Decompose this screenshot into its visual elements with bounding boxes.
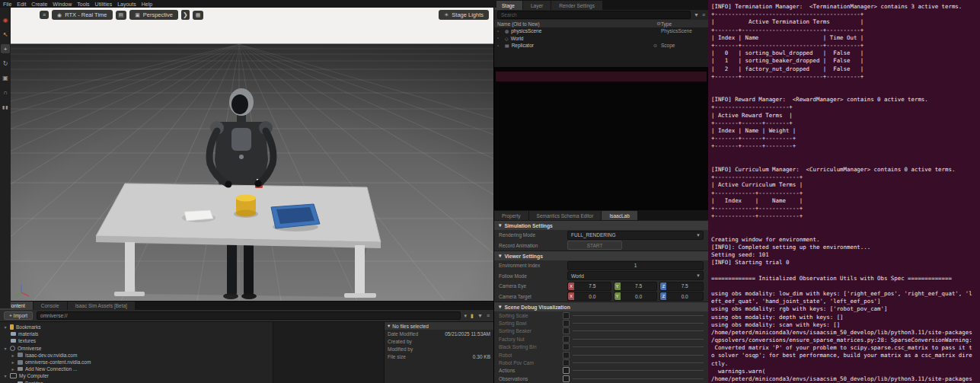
viewport-3d[interactable]: ≡ ◉ RTX - Real Time ▤ ▣ Perspective ❯ ▦ …	[11, 8, 493, 301]
details-header[interactable]: ▾ No files selected	[385, 322, 493, 330]
checkbox[interactable]	[563, 312, 570, 319]
camera-target-x-field[interactable]: X0.0	[567, 292, 611, 301]
filter-icon[interactable]: ▼	[477, 313, 483, 319]
tree-item-materials[interactable]: materials	[0, 330, 273, 337]
tab-stage[interactable]: Stage	[494, 1, 522, 10]
stage-item-world[interactable]: ▫ ◇World	[494, 35, 708, 43]
environment-index-field[interactable]: 1	[567, 261, 704, 270]
tree-item-server-1[interactable]: ▸isaac-dev.ov.nvidia.com	[0, 352, 273, 359]
collapse-caret-icon: ▾	[499, 304, 501, 310]
checkbox[interactable]: ▫	[497, 29, 503, 34]
tab-isaac-sim-assets[interactable]: Isaac Sim Assets [Beta]	[68, 302, 135, 310]
render-settings-icon[interactable]: ▤	[116, 11, 127, 20]
checkbox[interactable]	[563, 327, 570, 334]
stage-options-icon[interactable]: ≡	[702, 12, 705, 18]
checkbox[interactable]	[563, 359, 570, 366]
dropdown-caret-icon[interactable]: ▾	[464, 313, 468, 319]
stage-filter-icon[interactable]: ▼	[694, 12, 699, 18]
debug-row-robot: Robot	[494, 351, 708, 359]
debug-row-factory-nut: Factory Nut	[494, 335, 708, 343]
checkbox[interactable]: ▫	[497, 43, 503, 48]
computer-icon	[10, 373, 17, 378]
stage-item-physics-scene[interactable]: ▫ ◍physicsScene PhysicsScene	[494, 27, 708, 35]
menu-file[interactable]: File	[3, 2, 11, 7]
camera-target-y-field[interactable]: Y0.0	[614, 292, 658, 301]
tab-property[interactable]: Property	[494, 211, 528, 220]
stage-search-input[interactable]: Search	[497, 11, 691, 19]
camera-eye-x-field[interactable]: X7.5	[567, 282, 611, 291]
rotate-icon[interactable]: ↻	[1, 59, 10, 68]
viewport-toolbar: ≡ ◉ RTX - Real Time ▤ ▣ Perspective ❯ ▦	[40, 10, 203, 20]
tree-item-textures[interactable]: textures	[0, 337, 273, 344]
menu-window[interactable]: Window	[53, 2, 72, 7]
x-axis-badge: X	[568, 282, 574, 290]
name-column-header[interactable]: Name (Old to New)	[497, 21, 657, 27]
visibility-eye-icon[interactable]: ⊙	[653, 43, 659, 48]
checkbox[interactable]	[563, 336, 570, 343]
follow-mode-select[interactable]: World ▼	[567, 271, 704, 280]
tab-isaaclab[interactable]: IsaacLab	[602, 211, 637, 220]
renderer-button[interactable]: ◉ RTX - Real Time	[52, 10, 112, 20]
select-icon[interactable]: ↖	[1, 30, 10, 39]
globe-icon	[10, 346, 15, 351]
list-view-icon[interactable]: ≡	[487, 313, 490, 319]
menu-layouts[interactable]: Layouts	[117, 2, 136, 7]
camera-eye-y-field[interactable]: Y7.5	[614, 282, 658, 291]
menu-edit[interactable]: Edit	[17, 2, 26, 7]
viewport-options-icon[interactable]: ▦	[193, 11, 204, 20]
scale-icon[interactable]: ▣	[1, 73, 10, 82]
section-viewer-settings[interactable]: ▾ Viewer Settings	[494, 251, 708, 260]
camera-target-z-field[interactable]: Z0.0	[659, 292, 704, 301]
tree-item-omniverse[interactable]: ▾Omniverse	[0, 345, 273, 352]
stage-lights-button[interactable]: ☀ Stage Lights	[439, 10, 489, 20]
tree-item-bookmarks[interactable]: ▾Bookmarks	[0, 324, 273, 330]
menu-utilities[interactable]: Utilities	[95, 2, 113, 7]
tree-item-add-connection[interactable]: ▸Add New Connection ...	[0, 365, 273, 372]
type-column-header[interactable]: Type	[661, 21, 705, 27]
details-row: Created by	[385, 337, 493, 345]
checkbox[interactable]	[563, 352, 570, 359]
tree-item-server-2[interactable]: ▸omniverse-content.nvidia.com	[0, 359, 273, 365]
record-start-button[interactable]: START	[567, 241, 622, 250]
tab-console[interactable]: Console	[34, 302, 67, 310]
isaaclab-panel: ▾ Simulation Settings Rendering Mode FUL…	[494, 220, 708, 383]
checkbox[interactable]	[563, 320, 570, 327]
rendering-mode-select[interactable]: FULL_RENDERING ▼	[567, 231, 704, 240]
pause-icon[interactable]: ▮▮	[1, 102, 10, 111]
stop-icon[interactable]: ◉	[1, 15, 10, 24]
checkbox[interactable]	[563, 375, 570, 382]
import-button[interactable]: + Import	[4, 311, 33, 320]
debug-row-observations: Observations	[494, 375, 708, 382]
checkbox[interactable]: ▫	[497, 36, 503, 40]
tab-render-settings[interactable]: Render Settings	[551, 1, 602, 10]
terminal-window[interactable]: [INFO] Termination Manager: <Termination…	[708, 0, 980, 383]
content-browser-tabs: Content Console Isaac Sim Assets [Beta]	[0, 302, 493, 310]
debug-row-sorting-beaker: Sorting Beaker	[494, 327, 708, 335]
expand-chevron-icon[interactable]: ❯	[181, 10, 190, 20]
camera-button[interactable]: ▣ Perspective	[129, 10, 178, 20]
tree-item-my-computer[interactable]: ▾My Computer	[0, 372, 273, 379]
stage-item-replicator[interactable]: ▫ ▤Replicator ⊙ Scope	[494, 42, 708, 49]
tab-layer[interactable]: Layer	[523, 1, 551, 10]
record-animation-row: Record Animation START	[494, 241, 708, 251]
menu-tools[interactable]: Tools	[77, 2, 89, 7]
collapse-caret-icon: ▾	[499, 253, 501, 259]
tree-item-desktop[interactable]: ▸Desktop	[0, 380, 273, 383]
server-icon	[18, 353, 23, 357]
section-scene-debug-visualization[interactable]: ▾ Scene Debug Visualization	[494, 302, 708, 311]
menu-create[interactable]: Create	[31, 2, 47, 7]
tab-semantics-schema-editor[interactable]: Semantics Schema Editor	[529, 211, 602, 220]
checkbox[interactable]	[563, 343, 570, 350]
viewport-menu-icon[interactable]: ≡	[40, 11, 49, 19]
bookmark-icon[interactable]: ▮	[471, 313, 474, 319]
y-axis-badge: Y	[614, 282, 621, 290]
menu-help[interactable]: Help	[142, 2, 152, 7]
file-details-panel: ▾ No files selected Date Modified05/21/2…	[384, 322, 493, 383]
camera-eye-z-field[interactable]: Z7.5	[659, 282, 704, 291]
move-icon[interactable]: +	[1, 44, 10, 53]
snap-icon[interactable]: ∩	[1, 88, 10, 97]
checkbox[interactable]	[563, 367, 570, 374]
path-field[interactable]: omniverse://	[37, 311, 461, 320]
file-grid[interactable]	[273, 322, 384, 383]
section-simulation-settings[interactable]: ▾ Simulation Settings	[494, 220, 708, 230]
